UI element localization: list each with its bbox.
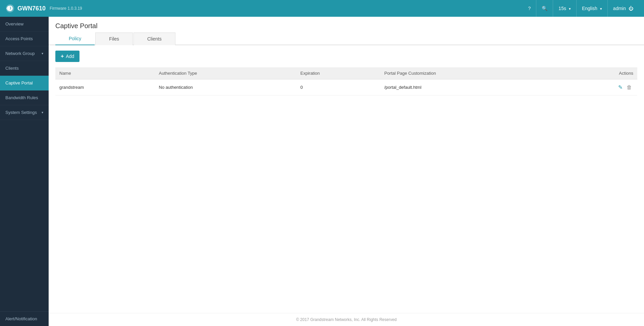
chevron-down-icon	[568, 6, 571, 11]
tabs: Policy Files Clients	[49, 32, 644, 45]
timer-value: 15s	[558, 6, 566, 11]
policy-table: Name Authentication Type Expiration Port…	[55, 67, 637, 95]
header-actions: ? 🔍 15s English admin ⏻	[523, 0, 639, 17]
content-area: + Add Name Authentication Type Expiratio…	[49, 45, 644, 313]
language-button[interactable]: English	[576, 0, 607, 17]
sidebar-item-label: Overview	[5, 21, 23, 26]
edit-button[interactable]: ✎	[617, 83, 624, 91]
table-header: Name Authentication Type Expiration Port…	[55, 67, 637, 79]
footer: © 2017 Grandstream Networks, Inc. All Ri…	[49, 313, 644, 326]
col-actions: Actions	[563, 67, 637, 79]
add-button-label: Add	[66, 54, 74, 59]
sidebar-item-label: Network Group	[5, 51, 35, 56]
sidebar-item-alert-notification[interactable]: Alert/Notification	[0, 311, 49, 326]
firmware-version: Firmware 1.0.3.19	[50, 6, 82, 11]
sidebar-item-system-settings[interactable]: System Settings ▾	[0, 105, 49, 120]
chevron-down-icon	[599, 6, 602, 11]
grandstream-logo-icon	[5, 4, 15, 13]
sidebar-item-label: Alert/Notification	[5, 316, 37, 321]
col-expiration: Expiration	[297, 67, 380, 79]
tab-policy-label: Policy	[69, 36, 81, 41]
cell-portal-page: /portal_default.html	[380, 79, 563, 95]
sidebar-item-network-group[interactable]: Network Group ▾	[0, 46, 49, 61]
table-row: grandstream No authentication 0 /portal_…	[55, 79, 637, 95]
layout: Overview Access Points Network Group ▾ C…	[0, 17, 644, 326]
add-icon: +	[61, 53, 64, 59]
page-title: Captive Portal	[49, 17, 644, 30]
col-name: Name	[55, 67, 155, 79]
search-icon: 🔍	[542, 6, 547, 11]
sidebar-item-captive-portal[interactable]: Captive Portal	[0, 76, 49, 90]
sidebar-item-label: Access Points	[5, 36, 33, 41]
logout-icon: ⏻	[629, 6, 633, 11]
sidebar-item-bandwidth-rules[interactable]: Bandwidth Rules	[0, 90, 49, 105]
table-body: grandstream No authentication 0 /portal_…	[55, 79, 637, 95]
sidebar-item-label: Captive Portal	[5, 80, 33, 85]
cell-auth-type: No authentication	[155, 79, 297, 95]
tab-clients-label: Clients	[147, 36, 162, 42]
sidebar-item-label: Clients	[5, 66, 19, 71]
footer-text: © 2017 Grandstream Networks, Inc. All Ri…	[296, 317, 397, 322]
chevron-down-icon: ▾	[42, 111, 43, 114]
add-button[interactable]: + Add	[55, 51, 79, 62]
language-label: English	[582, 6, 597, 11]
sidebar-item-label: System Settings	[5, 110, 37, 115]
app-title: GWN7610	[17, 5, 46, 12]
header: GWN7610 Firmware 1.0.3.19 ? 🔍 15s Englis…	[0, 0, 644, 17]
user-menu-button[interactable]: admin ⏻	[607, 0, 639, 17]
username-label: admin	[613, 6, 626, 11]
cell-name: grandstream	[55, 79, 155, 95]
edit-icon: ✎	[618, 84, 623, 90]
main-content: Captive Portal Policy Files Clients + Ad…	[49, 17, 644, 326]
cell-actions: ✎ 🗑	[563, 79, 637, 95]
chevron-down-icon: ▾	[42, 52, 43, 55]
tab-clients[interactable]: Clients	[133, 32, 175, 45]
sidebar-item-label: Bandwidth Rules	[5, 95, 38, 100]
delete-button[interactable]: 🗑	[625, 84, 633, 91]
timer-button[interactable]: 15s	[553, 0, 576, 17]
sidebar-item-overview[interactable]: Overview	[0, 17, 49, 31]
sidebar: Overview Access Points Network Group ▾ C…	[0, 17, 49, 326]
sidebar-item-clients[interactable]: Clients	[0, 61, 49, 76]
col-portal-page: Portal Page Customization	[380, 67, 563, 79]
search-button[interactable]: 🔍	[536, 0, 553, 17]
tab-files-label: Files	[109, 36, 119, 42]
header-logo: GWN7610 Firmware 1.0.3.19	[5, 4, 82, 13]
sidebar-item-access-points[interactable]: Access Points	[0, 31, 49, 46]
cell-expiration: 0	[297, 79, 380, 95]
tab-files[interactable]: Files	[95, 32, 133, 45]
help-icon: ?	[528, 6, 531, 11]
help-button[interactable]: ?	[523, 0, 536, 17]
delete-icon: 🗑	[627, 84, 632, 90]
col-auth-type: Authentication Type	[155, 67, 297, 79]
tab-policy[interactable]: Policy	[55, 32, 95, 45]
